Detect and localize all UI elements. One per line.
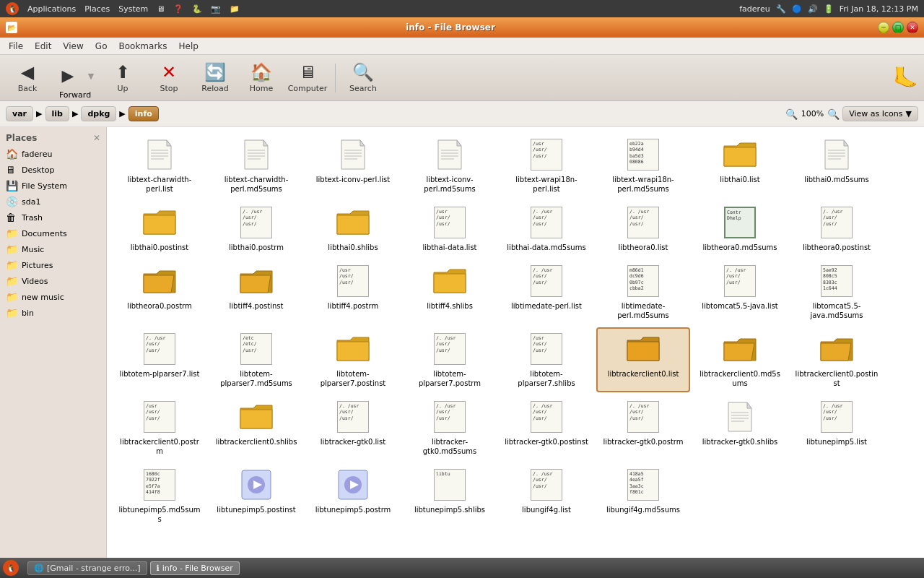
file-item[interactable]: libtext-charwidth-perl.md5sums — [209, 133, 303, 198]
pathbar-dpkg[interactable]: dpkg — [81, 106, 116, 121]
taskbar-filebrowser-item[interactable]: ℹ info - File Browser — [150, 561, 240, 575]
file-item[interactable]: eb22a b94d4 ba5d3 08086libtext-wrapi18n-… — [596, 133, 690, 198]
menu-edit[interactable]: Edit — [29, 40, 57, 53]
file-item[interactable]: /. /usr /usr/ /usr/libthai-data.md5sums — [500, 201, 593, 256]
up-button[interactable]: ⬆ Up — [101, 58, 144, 98]
sidebar-item-pictures[interactable]: 📁 Pictures — [0, 257, 106, 273]
pathbar-lib[interactable]: lib — [45, 106, 69, 121]
pathbar-var[interactable]: var — [6, 106, 33, 121]
file-item[interactable]: libtext-iconv-perl.list — [306, 133, 400, 198]
terminal-icon[interactable]: 🖥 — [157, 4, 165, 14]
file-item[interactable]: libtotem-plparser7.postinst — [306, 327, 400, 392]
sidebar-item-filesystem[interactable]: 💾 File System — [0, 178, 106, 194]
pathbar-info[interactable]: info — [128, 106, 159, 121]
file-item[interactable]: /. /usr /usr/ /usr/libtracker-gtk0.posti… — [500, 395, 593, 460]
file-item[interactable]: /. /usr /usr/ /usr/libtheora0.postinst — [790, 201, 884, 256]
python-icon[interactable]: 🐍 — [192, 4, 202, 14]
file-item[interactable]: libtext-charwidth-perl.list — [113, 133, 206, 198]
sysbar-places[interactable]: Places — [84, 4, 110, 14]
search-button[interactable]: 🔍 Search — [341, 58, 385, 98]
zoom-out-button[interactable]: 🔍 — [785, 108, 798, 121]
file-item[interactable]: libtrackerclient0.postinst — [790, 327, 884, 392]
sidebar-item-music[interactable]: 📁 Music — [0, 241, 106, 257]
file-item[interactable]: libtracker-gtk0.shlibs — [693, 395, 787, 460]
file-item[interactable]: /. /usr /usr/ /usr/libungif4g.list — [500, 463, 593, 528]
sidebar-item-desktop[interactable]: 🖥 Desktop — [0, 162, 106, 178]
menu-view[interactable]: View — [57, 40, 89, 53]
file-item[interactable]: libtrackerclient0.list — [596, 327, 690, 392]
file-item[interactable]: libtulibtunepimp5.shlibs — [403, 463, 497, 528]
stop-button[interactable]: ✕ Stop — [147, 58, 191, 98]
file-item[interactable]: /. /usr /usr/ /usr/libtracker-gtk0.postr… — [596, 395, 690, 460]
file-name: libtheora0.postinst — [803, 243, 871, 252]
maximize-button[interactable]: □ — [892, 22, 904, 33]
file-item[interactable]: libtiff4.postinst — [209, 259, 303, 324]
help-icon[interactable]: ❓ — [173, 4, 183, 14]
file-item[interactable]: /. /usr /usr/ /usr/libtomcat5.5-java.lis… — [693, 259, 787, 324]
gnome-logo[interactable]: 🦶 — [893, 66, 918, 90]
file-item[interactable]: /usr /usr/ /usr/libtrackerclient0.postrm — [113, 395, 206, 460]
file-area[interactable]: libtext-charwidth-perl.list libtext-char… — [107, 127, 924, 575]
file-item[interactable]: libtheora0.postrm — [113, 259, 206, 324]
forward-arrow-button[interactable]: ▼ — [84, 56, 98, 96]
taskbar-browser-item[interactable]: 🌐 [Gmail - strange erro...] — [27, 561, 147, 575]
file-item[interactable]: /usr /usr/ /usr/libtext-wrapi18n-perl.li… — [500, 133, 593, 198]
file-item[interactable]: Contr Dhelplibtheora0.md5sums — [693, 201, 787, 256]
file-item[interactable]: 418a5 4ea5f 3aa3c f801clibungif4g.md5sum… — [596, 463, 690, 528]
reload-button[interactable]: 🔄 Reload — [193, 58, 237, 98]
zoom-in-button[interactable]: 🔍 — [827, 108, 840, 121]
file-item[interactable]: libtiff4.shlibs — [403, 259, 497, 324]
file-item[interactable]: libthai0.shlibs — [306, 201, 400, 256]
file-item[interactable]: libtrackerclient0.md5sums — [693, 327, 787, 392]
file-item[interactable]: /usr /usr/ /usr/libthai-data.list — [403, 201, 497, 256]
file-item[interactable]: /. /usr /usr/ /usr/libtunepimp5.list — [790, 395, 884, 460]
computer-button[interactable]: 🖥 Computer — [286, 58, 329, 98]
file-name: libthai0.list — [720, 175, 759, 184]
file-item[interactable]: libthai0.postinst — [113, 201, 206, 256]
file-item[interactable]: libtunepimp5.postinst — [209, 463, 303, 528]
file-item[interactable]: /. /usr /usr/ /usr/libtracker-gtk0.list — [306, 395, 400, 460]
taskbar-left: 🐧 — [3, 560, 19, 576]
file-item[interactable]: /. /usr /usr/ /usr/libtracker-gtk0.md5su… — [403, 395, 497, 460]
file-item[interactable]: /usr /usr/ /usr/libtiff4.postrm — [306, 259, 400, 324]
menu-go[interactable]: Go — [90, 40, 113, 53]
file-item[interactable]: libtext-iconv-perl.md5sums — [403, 133, 497, 198]
close-button[interactable]: ✕ — [907, 22, 918, 33]
file-item[interactable]: /. /usr /usr/ /usr/libtheora0.list — [596, 201, 690, 256]
menu-bookmarks[interactable]: Bookmarks — [113, 40, 173, 53]
sidebar-item-fadereu[interactable]: 🏠 fadereu — [0, 146, 106, 162]
sidebar-item-videos[interactable]: 📁 Videos — [0, 273, 106, 289]
file-item[interactable]: /etc /etc/ /usr/libtotem-plparser7.md5su… — [209, 327, 303, 392]
trash-icon: 🗑 — [6, 212, 17, 223]
file-item[interactable]: /. /usr /usr/ /usr/libtotem-plparser7.li… — [113, 327, 206, 392]
sysbar-system[interactable]: System — [118, 4, 148, 14]
file-name: libtheora0.postrm — [127, 301, 192, 311]
file-item[interactable]: /. /usr /usr/ /usr/libtotem-plparser7.po… — [403, 327, 497, 392]
file-item[interactable]: 1680c 7922f e5f7a 414f8libtunepimp5.md5s… — [113, 463, 206, 528]
file-item[interactable]: 5ae92 808c5 8303c 1c644libtomcat5.5-java… — [790, 259, 884, 324]
sidebar-item-sda1[interactable]: 💿 sda1 — [0, 194, 106, 210]
file-item[interactable]: m86d1 dc9d6 0b97c cbba2libtimedate-perl.… — [596, 259, 690, 324]
sidebar-item-trash[interactable]: 🗑 Trash — [0, 210, 106, 225]
minimize-button[interactable]: ─ — [878, 22, 889, 33]
sidebar-item-newmusic[interactable]: 📁 new music — [0, 289, 106, 305]
file-item[interactable]: /. /usr /usr/ /usr/libthai0.postrm — [209, 201, 303, 256]
file-item[interactable]: /usr /usr/ /usr/libtotem-plparser7.shlib… — [500, 327, 593, 392]
file-item[interactable]: /. /usr /usr/ /usr/libtimedate-perl.list — [500, 259, 593, 324]
file-item[interactable]: libthai0.md5sums — [790, 133, 884, 198]
sidebar-item-documents[interactable]: 📁 Documents — [0, 225, 106, 241]
sysbar-apps[interactable]: Applications — [27, 4, 76, 14]
view-mode-button[interactable]: View as Icons ▼ — [842, 106, 918, 121]
home-button[interactable]: 🏠 Home — [240, 58, 283, 98]
camera-icon[interactable]: 📷 — [211, 4, 221, 14]
back-button[interactable]: ◀ Back — [6, 58, 49, 98]
network-icon: 🔧 — [776, 4, 786, 14]
menu-file[interactable]: File — [3, 40, 29, 53]
file-item[interactable]: libthai0.list — [693, 133, 787, 198]
sidebar-close-button[interactable]: ✕ — [93, 133, 100, 143]
menu-help[interactable]: Help — [173, 40, 204, 53]
file-item[interactable]: libtunepimp5.postrm — [306, 463, 400, 528]
sidebar-item-bin[interactable]: 📁 bin — [0, 305, 106, 321]
folder-icon-sys[interactable]: 📁 — [230, 4, 240, 14]
file-item[interactable]: libtrackerclient0.shlibs — [209, 395, 303, 460]
